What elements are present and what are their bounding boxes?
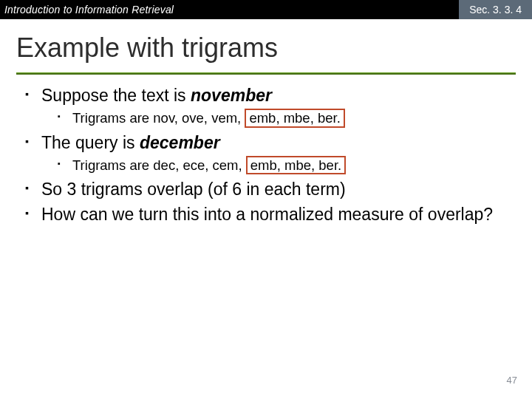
bullet-emph: november <box>191 86 272 105</box>
bullet-overlap: So 3 trigrams overlap (of 6 in each term… <box>25 179 514 200</box>
trigram-overlap-box: emb, mbe, ber. <box>245 109 344 127</box>
bullet-emph: december <box>140 133 220 152</box>
sub-bullet-pre: Trigrams are <box>72 157 153 173</box>
bullet-text: Suppose the text is <box>41 86 191 105</box>
sub-bullet-pre: Trigrams are <box>72 110 153 126</box>
bullet-query: The query is december Trigrams are dec, … <box>25 132 514 175</box>
sub-bullet-plain: dec, ece, cem, <box>153 157 245 173</box>
slide: Introduction to Information Retrieval Se… <box>0 0 532 399</box>
section-badge: Sec. 3. 3. 4 <box>459 0 532 19</box>
bullet-question: How can we turn this into a normalized m… <box>25 204 514 225</box>
top-bar: Introduction to Information Retrieval Se… <box>0 0 532 19</box>
page-number: 47 <box>507 375 517 386</box>
course-title: Introduction to Information Retrieval <box>0 4 174 16</box>
slide-title: Example with trigrams <box>0 19 532 71</box>
content-area: Suppose the text is november Trigrams ar… <box>0 85 532 225</box>
trigram-overlap-box: emb, mbe, ber. <box>246 156 346 174</box>
bullet-suppose: Suppose the text is november Trigrams ar… <box>25 85 514 128</box>
sub-bullet-plain: nov, ove, vem, <box>153 110 245 126</box>
sub-bullet-trigrams-november: Trigrams are nov, ove, vem, emb, mbe, be… <box>58 109 514 127</box>
title-rule <box>16 72 516 75</box>
sub-bullet-trigrams-december: Trigrams are dec, ece, cem, emb, mbe, be… <box>58 156 514 174</box>
bullet-text: The query is <box>41 133 140 152</box>
